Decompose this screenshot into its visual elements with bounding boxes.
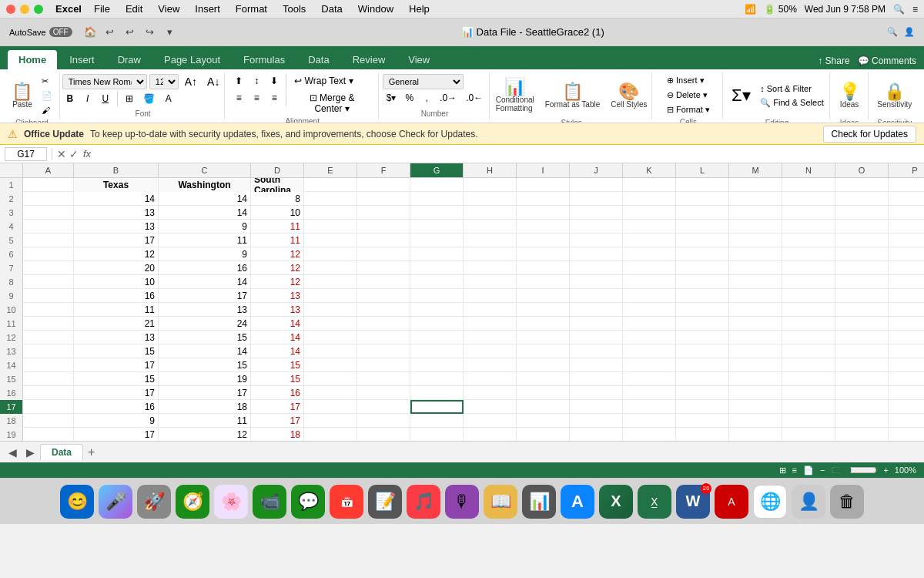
grid-cell[interactable] <box>729 220 782 234</box>
fx-label[interactable]: fx <box>83 148 91 160</box>
grid-cell[interactable] <box>517 331 570 344</box>
grid-cell[interactable] <box>517 234 570 247</box>
grid-cell[interactable] <box>304 261 357 275</box>
grid-cell[interactable]: 14 <box>74 192 159 206</box>
format-as-table-btn[interactable]: 📋 Format as Table <box>541 74 604 117</box>
grid-cell[interactable] <box>304 414 357 428</box>
font-size-select[interactable]: 12 <box>149 74 179 89</box>
dock-siri[interactable]: 🎤 <box>99 485 132 519</box>
grid-cell[interactable] <box>782 372 835 386</box>
grid-cell[interactable] <box>889 275 924 289</box>
sheet-tab-data[interactable]: Data <box>40 444 83 460</box>
grid-cell[interactable] <box>23 303 74 317</box>
grid-cell[interactable]: 14 <box>159 192 251 206</box>
decimal-dec-btn[interactable]: .0← <box>462 91 487 105</box>
merge-center-btn[interactable]: ⊡ Merge & Center ▾ <box>290 91 373 116</box>
grid-cell[interactable] <box>623 247 676 261</box>
cell-styles-btn[interactable]: 🎨 Cell Styles <box>607 74 651 117</box>
grid-cell[interactable] <box>23 234 74 247</box>
grid-cell[interactable]: 8 <box>251 192 304 206</box>
dock-facetime[interactable]: 📹 <box>253 485 286 519</box>
row-number[interactable]: 13 <box>0 344 23 358</box>
grid-cell[interactable] <box>357 178 410 192</box>
tab-formulas[interactable]: Formulas <box>233 50 296 69</box>
align-middle-btn[interactable]: ↕ <box>249 74 264 89</box>
grid-cell[interactable] <box>889 247 924 261</box>
grid-cell[interactable]: 10 <box>251 206 304 220</box>
grid-cell[interactable] <box>676 234 729 247</box>
grid-cell[interactable] <box>889 192 924 206</box>
grid-cell[interactable] <box>835 247 889 261</box>
page-break-view-btn[interactable]: 📄 <box>803 465 814 476</box>
grid-cell[interactable] <box>517 386 570 400</box>
search-title-btn[interactable]: 🔍 <box>887 27 898 37</box>
grid-cell[interactable]: 16 <box>159 261 251 275</box>
grid-cell[interactable] <box>729 317 782 331</box>
zoom-slider[interactable] <box>831 464 877 476</box>
menu-file[interactable]: File <box>91 3 113 15</box>
grid-cell[interactable] <box>570 220 623 234</box>
dock-appstore[interactable]: A <box>561 485 594 519</box>
grid-cell[interactable] <box>464 428 517 441</box>
grid-cell[interactable] <box>23 414 74 428</box>
grid-cell[interactable]: 17 <box>251 414 304 428</box>
grid-cell[interactable] <box>729 331 782 344</box>
grid-cell[interactable] <box>23 358 74 372</box>
grid-cell[interactable] <box>304 206 357 220</box>
currency-btn[interactable]: $▾ <box>383 91 400 105</box>
grid-cell[interactable] <box>889 234 924 247</box>
grid-cell[interactable] <box>729 234 782 247</box>
row-number[interactable]: 1 <box>0 178 23 192</box>
grid-cell[interactable] <box>889 317 924 331</box>
minimize-btn[interactable] <box>20 5 29 14</box>
grid-cell[interactable] <box>464 289 517 303</box>
grid-cell[interactable] <box>357 344 410 358</box>
grid-cell[interactable]: 16 <box>251 386 304 400</box>
grid-cell[interactable]: 13 <box>74 206 159 220</box>
grid-cell[interactable]: 15 <box>159 358 251 372</box>
menu-insert[interactable]: Insert <box>192 3 223 15</box>
grid-cell[interactable] <box>623 192 676 206</box>
tab-draw[interactable]: Draw <box>107 50 152 69</box>
grid-cell[interactable]: 12 <box>251 247 304 261</box>
grid-cell[interactable] <box>835 400 889 414</box>
grid-cell[interactable] <box>23 206 74 220</box>
grid-cell[interactable] <box>835 358 889 372</box>
grid-cell[interactable] <box>835 372 889 386</box>
grid-cell[interactable] <box>889 344 924 358</box>
grid-cell[interactable] <box>782 386 835 400</box>
dock-podcasts[interactable]: 🎙 <box>445 485 479 519</box>
grid-cell[interactable] <box>23 220 74 234</box>
grid-cell[interactable] <box>570 247 623 261</box>
grid-cell[interactable] <box>304 372 357 386</box>
grid-cell[interactable] <box>835 317 889 331</box>
row-number[interactable]: 16 <box>0 386 23 400</box>
dock-excel2[interactable]: X̲ <box>638 485 671 519</box>
cut-btn[interactable]: ✂ <box>38 75 55 88</box>
grid-cell[interactable] <box>729 372 782 386</box>
align-left-btn[interactable]: ≡ <box>231 91 246 116</box>
grid-cell[interactable] <box>570 261 623 275</box>
tab-page-layout[interactable]: Page Layout <box>153 50 231 69</box>
conditional-formatting-btn[interactable]: 📊 ConditionalFormatting <box>492 74 538 117</box>
grid-cell[interactable] <box>570 386 623 400</box>
confirm-formula-icon[interactable]: ✓ <box>69 148 79 160</box>
dock-user[interactable]: 👤 <box>792 485 825 519</box>
row-number[interactable]: 6 <box>0 247 23 261</box>
zoom-plus-btn[interactable]: + <box>883 465 888 475</box>
grid-cell[interactable] <box>676 372 729 386</box>
tab-data[interactable]: Data <box>297 50 340 69</box>
grid-cell[interactable] <box>782 220 835 234</box>
grid-cell[interactable] <box>729 206 782 220</box>
grid-cell[interactable]: 13 <box>159 303 251 317</box>
grid-cell[interactable] <box>410 344 464 358</box>
grid-cell[interactable] <box>782 358 835 372</box>
grid-cell[interactable] <box>357 247 410 261</box>
grid-cell[interactable] <box>889 261 924 275</box>
row-number[interactable]: 15 <box>0 372 23 386</box>
grid-cell[interactable] <box>23 386 74 400</box>
grid-cell[interactable] <box>676 400 729 414</box>
grid-cell[interactable] <box>357 206 410 220</box>
col-header-D[interactable]: D <box>251 163 304 177</box>
add-sheet-btn[interactable]: + <box>88 445 95 459</box>
